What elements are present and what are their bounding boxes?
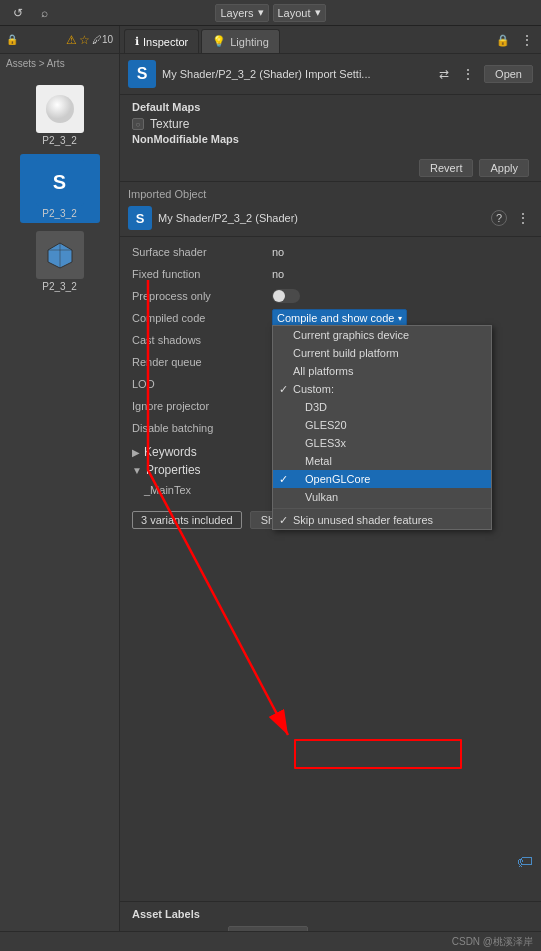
top-bar-left: ↺ ⌕: [8, 3, 54, 23]
layers-dropdown-arrow: ▾: [258, 6, 264, 19]
main-tex-label: _MainTex: [144, 484, 284, 496]
compiled-code-label: Compiled code: [132, 312, 272, 324]
svg-point-0: [46, 95, 74, 123]
search-icon[interactable]: ⌕: [34, 3, 54, 23]
inspector-more-icon[interactable]: ⋮: [458, 64, 478, 84]
tab-bar: ℹ Inspector 💡 Lighting 🔒 ⋮: [120, 26, 541, 54]
action-row: Revert Apply: [120, 155, 541, 182]
main-layout: 🔒 ⚠ ☆ 🖊10 Assets > Arts: [0, 26, 541, 951]
render-queue-label: Render queue: [132, 356, 272, 368]
counter-badge: 🖊10: [92, 34, 113, 45]
prop-row-compiled: Compiled code Compile and show code ▾ Cu…: [120, 307, 541, 329]
texture-row: ○ Texture: [132, 117, 529, 131]
asset-label-cube: P2_3_2: [42, 281, 76, 292]
menu-item-graphics-device[interactable]: Current graphics device: [273, 326, 491, 344]
menu-item-metal-label: Metal: [305, 455, 332, 467]
menu-item-d3d[interactable]: D3D: [273, 398, 491, 416]
checkbox-radio-icon: ○: [136, 120, 141, 129]
tab-icons: 🔒 ⋮: [493, 30, 537, 50]
history-icon[interactable]: ↺: [8, 3, 28, 23]
asset-item-shader[interactable]: S P2_3_2: [20, 154, 100, 223]
menu-item-openglcore-label: OpenGLCore: [305, 473, 370, 485]
inspector-title-text: My Shader/P2_3_2 (Shader) Import Setti..…: [162, 68, 428, 80]
menu-item-openglcore[interactable]: ✓ OpenGLCore: [273, 470, 491, 488]
menu-item-gles3x-label: GLES3x: [305, 437, 346, 449]
imported-shader-icon: S: [128, 206, 152, 230]
tag-icon: 🏷: [517, 853, 533, 870]
disable-batching-label: Disable batching: [132, 422, 272, 434]
layout-dropdown[interactable]: Layout ▾: [273, 4, 326, 22]
imported-item: S My Shader/P2_3_2 (Shader) ? ⋮: [128, 206, 533, 230]
ignore-projector-label: Ignore projector: [132, 400, 272, 412]
open-button[interactable]: Open: [484, 65, 533, 83]
default-maps-section: Default Maps ○ Texture NonModifiable Map…: [120, 95, 541, 155]
layers-label: Layers: [220, 7, 253, 19]
prop-row-fixed: Fixed function no: [120, 263, 541, 285]
asset-item-cube[interactable]: P2_3_2: [20, 227, 100, 296]
shader-properties: Surface shader no Fixed function no Prep…: [120, 237, 541, 443]
inspector-tab-label: Inspector: [143, 36, 188, 48]
prop-row-surface: Surface shader no: [120, 241, 541, 263]
texture-label: Texture: [150, 117, 189, 131]
skip-checkmark: ✓: [279, 514, 288, 527]
right-panel: ℹ Inspector 💡 Lighting 🔒 ⋮ S My Shader/P…: [120, 26, 541, 951]
keywords-label: Keywords: [144, 445, 197, 459]
lighting-tab-label: Lighting: [230, 36, 269, 48]
apply-button[interactable]: Apply: [479, 159, 529, 177]
preprocess-toggle-knob: [273, 290, 285, 302]
watermark-text: CSDN @桃溪泽岸: [452, 935, 533, 949]
layers-dropdown[interactable]: Layers ▾: [215, 4, 268, 22]
revert-button[interactable]: Revert: [419, 159, 473, 177]
openglcore-checkmark: ✓: [279, 473, 288, 486]
inspector-menu-icon[interactable]: ⇄: [434, 64, 454, 84]
tag-icon-area[interactable]: 🏷: [517, 853, 533, 871]
prop-row-preprocess: Preprocess only: [120, 285, 541, 307]
menu-item-metal[interactable]: Metal: [273, 452, 491, 470]
top-bar-center: Layers ▾ Layout ▾: [215, 4, 325, 22]
sidebar-top-bar: 🔒 ⚠ ☆ 🖊10: [0, 26, 119, 54]
surface-shader-value: no: [272, 246, 284, 258]
shader-header-icon: S: [128, 60, 156, 88]
tab-inspector[interactable]: ℹ Inspector: [124, 29, 199, 53]
spacer: [120, 535, 541, 901]
menu-item-all-platforms[interactable]: All platforms: [273, 362, 491, 380]
dropdown-divider: [273, 508, 491, 509]
warn-icons: ⚠ ☆ 🖊10: [66, 33, 113, 47]
variants-badge: 3 variants included: [132, 511, 242, 529]
menu-item-gles3x[interactable]: GLES3x: [273, 434, 491, 452]
asset-list: P2_3_2 S P2_3_2 P2_3_2: [0, 73, 119, 304]
lock-icon[interactable]: 🔒: [6, 34, 18, 45]
default-maps-title: Default Maps: [132, 101, 529, 113]
imported-menu-icon[interactable]: ⋮: [513, 208, 533, 228]
layout-dropdown-arrow: ▾: [315, 6, 321, 19]
menu-item-build-platform[interactable]: Current build platform: [273, 344, 491, 362]
panel-lock-icon[interactable]: 🔒: [493, 30, 513, 50]
top-bar: ↺ ⌕ Layers ▾ Layout ▾: [0, 0, 541, 26]
imported-help-icon[interactable]: ?: [491, 210, 507, 226]
tab-lighting[interactable]: 💡 Lighting: [201, 29, 280, 53]
menu-item-skip-unused[interactable]: ✓ Skip unused shader features: [273, 511, 491, 529]
menu-item-custom-header: ✓ Custom:: [273, 380, 491, 398]
inspector-tab-icon: ℹ: [135, 35, 139, 48]
preprocess-toggle[interactable]: [272, 289, 300, 303]
variants-badge-text: 3 variants included: [141, 514, 233, 526]
menu-item-gles20[interactable]: GLES20: [273, 416, 491, 434]
keywords-arrow: ▶: [132, 447, 140, 458]
asset-thumb-sphere: [36, 85, 84, 133]
surface-shader-label: Surface shader: [132, 246, 272, 258]
menu-item-build-label: Current build platform: [293, 347, 399, 359]
asset-labels-title: Asset Labels: [132, 908, 529, 920]
fixed-function-label: Fixed function: [132, 268, 272, 280]
inspector-header: S My Shader/P2_3_2 (Shader) Import Setti…: [120, 54, 541, 95]
compile-dropdown-text: Compile and show code: [277, 312, 394, 324]
layout-label: Layout: [278, 7, 311, 19]
texture-checkbox[interactable]: ○: [132, 118, 144, 130]
panel-menu-icon[interactable]: ⋮: [517, 30, 537, 50]
menu-item-all-label: All platforms: [293, 365, 354, 377]
menu-item-vulkan[interactable]: Vulkan: [273, 488, 491, 506]
breadcrumb: Assets > Arts: [0, 54, 119, 73]
left-sidebar: 🔒 ⚠ ☆ 🖊10 Assets > Arts: [0, 26, 120, 951]
star-icon: ☆: [79, 33, 90, 47]
asset-item-sphere[interactable]: P2_3_2: [20, 81, 100, 150]
lod-label: LOD: [132, 378, 272, 390]
